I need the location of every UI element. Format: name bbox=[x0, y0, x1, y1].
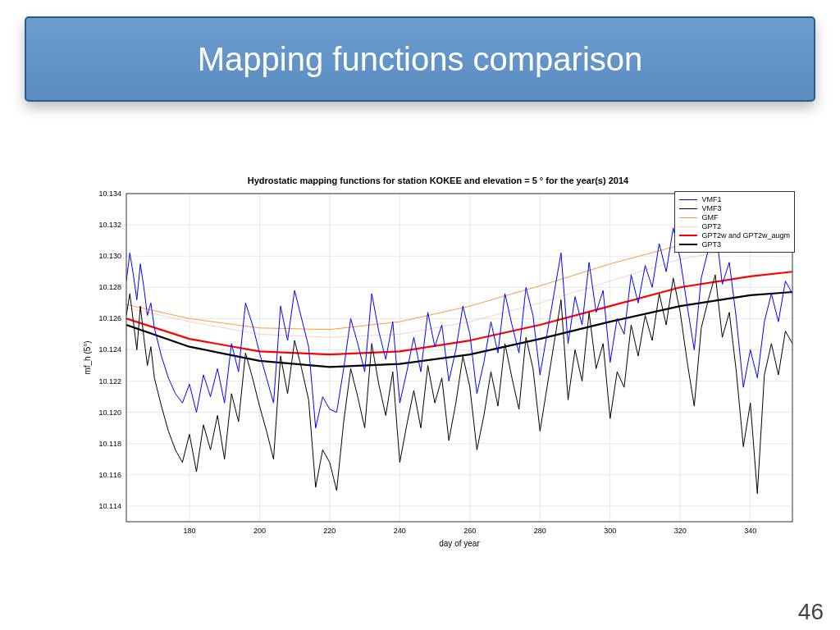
legend-label: GPT2 bbox=[701, 222, 721, 231]
svg-text:10.134: 10.134 bbox=[98, 189, 121, 198]
slide-title: Mapping functions comparison bbox=[198, 41, 643, 78]
legend: VMF1VMF3GMFGPT2GPT2w and GPT2w_augmGPT3 bbox=[674, 191, 795, 253]
plot-wrap: 18020022024026028030032034010.11410.1161… bbox=[79, 189, 797, 550]
legend-item: GPT2w and GPT2w_augm bbox=[679, 231, 790, 240]
legend-swatch bbox=[679, 226, 697, 227]
svg-text:240: 240 bbox=[394, 527, 406, 535]
svg-text:mf_h (5°): mf_h (5°) bbox=[83, 340, 92, 374]
svg-text:10.122: 10.122 bbox=[98, 377, 121, 386]
legend-label: VMF3 bbox=[701, 204, 721, 212]
svg-text:10.124: 10.124 bbox=[98, 345, 121, 354]
chart-title: Hydrostatic mapping functions for statio… bbox=[79, 176, 797, 185]
svg-text:180: 180 bbox=[183, 527, 195, 535]
svg-text:220: 220 bbox=[323, 527, 336, 535]
svg-text:10.120: 10.120 bbox=[98, 409, 121, 417]
svg-text:10.116: 10.116 bbox=[98, 471, 121, 479]
legend-swatch bbox=[679, 199, 697, 200]
legend-swatch bbox=[679, 244, 697, 245]
legend-label: GPT3 bbox=[701, 240, 721, 249]
legend-label: GPT2w and GPT2w_augm bbox=[701, 231, 790, 240]
legend-swatch bbox=[679, 235, 697, 236]
svg-text:10.126: 10.126 bbox=[98, 314, 121, 322]
legend-swatch bbox=[679, 208, 697, 209]
svg-text:300: 300 bbox=[604, 527, 616, 535]
chart: Hydrostatic mapping functions for statio… bbox=[79, 176, 797, 558]
svg-text:340: 340 bbox=[744, 527, 756, 535]
svg-text:280: 280 bbox=[534, 527, 546, 535]
legend-item: GPT3 bbox=[679, 240, 790, 249]
legend-label: GMF bbox=[701, 213, 718, 221]
legend-swatch bbox=[679, 217, 697, 218]
legend-item: GPT2 bbox=[679, 222, 790, 231]
legend-label: VMF1 bbox=[701, 195, 721, 203]
svg-text:day of year: day of year bbox=[439, 539, 480, 548]
slide: Mapping functions comparison Hydrostatic… bbox=[0, 0, 840, 630]
svg-text:10.132: 10.132 bbox=[98, 221, 121, 229]
svg-text:10.130: 10.130 bbox=[98, 252, 121, 260]
legend-item: VMF3 bbox=[679, 204, 790, 212]
legend-item: GMF bbox=[679, 213, 790, 221]
legend-item: VMF1 bbox=[679, 195, 790, 203]
title-bar: Mapping functions comparison bbox=[25, 16, 815, 102]
svg-text:260: 260 bbox=[463, 527, 476, 535]
svg-text:10.118: 10.118 bbox=[98, 440, 121, 448]
svg-text:10.128: 10.128 bbox=[98, 283, 121, 291]
svg-text:200: 200 bbox=[253, 527, 266, 535]
svg-text:10.114: 10.114 bbox=[98, 502, 121, 510]
slide-number: 46 bbox=[798, 599, 824, 625]
svg-text:320: 320 bbox=[674, 527, 687, 535]
